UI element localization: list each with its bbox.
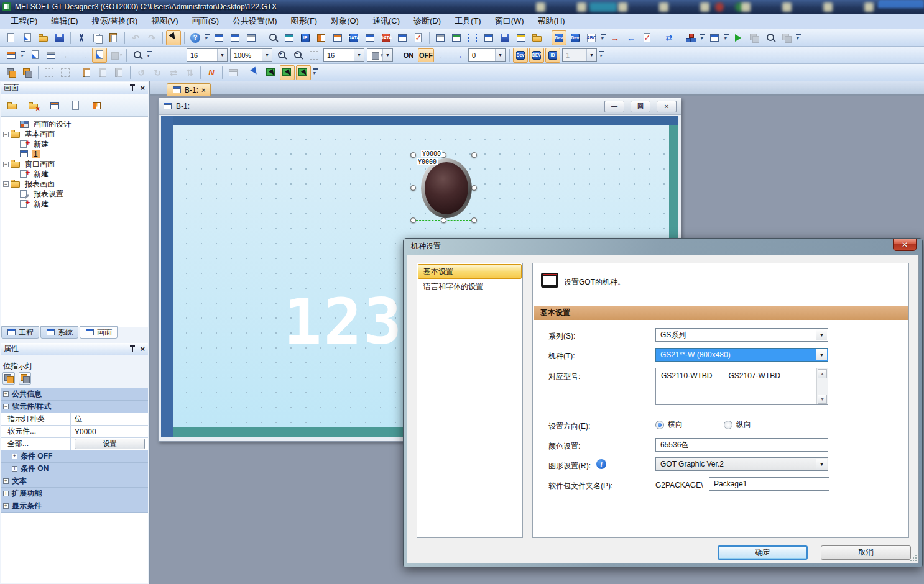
state-on-button[interactable]: ON (400, 48, 417, 62)
comment-display-icon[interactable]: ABC (584, 30, 599, 45)
close-screen-icon[interactable] (44, 48, 58, 63)
open-screen-icon[interactable] (27, 48, 42, 63)
menu-project[interactable]: 工程(P) (4, 14, 44, 29)
flip-vertical-icon[interactable]: ⇅ (182, 65, 197, 80)
chevron-down-icon[interactable]: ▼ (354, 49, 364, 61)
zoom-in-icon[interactable]: + (274, 48, 289, 63)
selection-handle[interactable] (471, 152, 477, 158)
id-view-button[interactable]: ID (545, 48, 560, 63)
grid-color-combo[interactable]: ▼ (367, 48, 393, 62)
selection-handle[interactable] (410, 217, 416, 223)
overflow-chevron[interactable] (204, 30, 210, 45)
write-to-got-icon[interactable]: → (608, 30, 622, 45)
new-screen-icon[interactable] (4, 48, 19, 63)
separator[interactable] (679, 32, 681, 44)
paste-icon[interactable] (106, 30, 121, 45)
menu-view[interactable]: 视图(V) (144, 14, 185, 29)
dialog-nav-language-font[interactable]: 语言和字体的设置 (418, 279, 522, 294)
pin-icon[interactable] (129, 84, 136, 92)
device-view-button[interactable]: Dev (513, 48, 528, 63)
overflow-chevron[interactable] (700, 30, 706, 45)
tree-item-window-new[interactable]: 新建 (1, 169, 148, 179)
screen-preview-toggle-icon[interactable] (92, 48, 107, 63)
next-screen-icon[interactable] (449, 30, 464, 45)
new-base-screen-icon[interactable] (211, 30, 226, 45)
menu-tools[interactable]: 工具(T) (448, 14, 488, 29)
overflow-chevron[interactable] (312, 65, 318, 80)
stack-back-icon[interactable] (20, 65, 35, 80)
selection-handle[interactable] (410, 152, 416, 158)
menu-edit[interactable]: 编辑(E) (44, 14, 85, 29)
minimize-button[interactable]: — (604, 101, 624, 112)
scroll-down-icon[interactable]: ▼ (818, 395, 827, 404)
close-panel-icon[interactable]: × (140, 84, 145, 92)
separator[interactable] (221, 66, 223, 79)
library-icon[interactable] (514, 30, 529, 45)
screen-open-icon[interactable] (5, 98, 20, 113)
separator[interactable] (162, 32, 164, 44)
consecutive-copy-icon[interactable] (80, 65, 95, 80)
separator[interactable] (70, 32, 72, 44)
info-icon[interactable]: i (596, 459, 606, 469)
settings-button[interactable]: 设置 (75, 439, 145, 449)
fill-color-icon[interactable] (108, 48, 123, 63)
tree-item-report-new[interactable]: 新建 (1, 199, 148, 209)
data-check-icon[interactable]: DATA (379, 30, 394, 45)
label-device-view-button[interactable]: DEV (529, 48, 544, 63)
overflow-chevron[interactable] (795, 30, 802, 45)
simulator-end-icon[interactable] (779, 30, 794, 45)
screen-delete-icon[interactable]: × (26, 98, 41, 113)
document-tab-b1[interactable]: B-1: × (167, 83, 211, 96)
tree-item-report-screens[interactable]: − 报表画面 (1, 179, 148, 189)
data-browser-icon[interactable] (707, 30, 722, 45)
scrollbar[interactable]: ▲ ▼ (816, 368, 828, 404)
dialog-close-button[interactable]: ✕ (893, 239, 917, 251)
screen-jump-icon[interactable] (47, 98, 62, 113)
tree-item-base-new[interactable]: 新建 (1, 139, 148, 149)
separator[interactable] (129, 66, 131, 79)
state-off-button[interactable]: OFF (418, 48, 434, 62)
cancel-button[interactable]: 取消 (821, 545, 911, 560)
tree-item-window-screens[interactable]: − 窗口画面 (1, 159, 148, 169)
separator[interactable] (37, 66, 39, 79)
chevron-down-icon[interactable]: ▼ (816, 329, 827, 340)
tab-system[interactable]: 系统 (40, 326, 78, 339)
cut-icon[interactable] (74, 30, 89, 45)
separator[interactable] (126, 49, 127, 62)
orientation-horizontal-radio[interactable]: 横向 (655, 419, 683, 430)
object-setting-icon[interactable] (226, 65, 241, 80)
got-verify-icon[interactable]: ✓ (640, 30, 655, 45)
system-structure-icon[interactable] (683, 30, 698, 45)
categorized-view-icon[interactable] (2, 372, 15, 385)
group-icon[interactable] (42, 65, 57, 80)
project-verify-icon[interactable]: ✓ (411, 30, 426, 45)
separator[interactable] (243, 66, 245, 79)
data-register-icon[interactable]: DATA (346, 30, 361, 45)
tree-item-base-screens[interactable]: − 基本画面 (1, 129, 148, 139)
paste-special-icon[interactable] (112, 65, 127, 80)
grid-y-combo[interactable]: 16▼ (323, 48, 364, 62)
data-transfer-icon[interactable] (363, 30, 377, 45)
screen-property-icon[interactable] (244, 30, 259, 45)
simulator-setting-icon[interactable] (763, 30, 778, 45)
device-comment-icon[interactable] (314, 30, 329, 45)
save-project-icon[interactable] (52, 30, 67, 45)
simulator-update-icon[interactable] (747, 30, 762, 45)
selection-handle[interactable] (471, 185, 477, 191)
menu-figure[interactable]: 图形(F) (284, 14, 325, 29)
package-folder-input[interactable]: Package1 (709, 477, 829, 491)
chevron-down-icon[interactable]: ▼ (495, 49, 505, 61)
menu-search-replace[interactable]: 搜索/替换(R) (85, 14, 145, 29)
compatible-models-list[interactable]: GS2110-WTBD GS2107-WTBD ▲ ▼ (655, 368, 828, 405)
simulator-start-icon[interactable] (731, 30, 746, 45)
help-icon[interactable]: ? (188, 30, 203, 45)
select-object-icon[interactable] (264, 65, 279, 80)
separator[interactable] (547, 32, 549, 44)
overflow-chevron[interactable] (723, 30, 729, 45)
back-icon[interactable]: ← (60, 48, 75, 63)
open-project-icon[interactable] (20, 30, 35, 45)
new-screen-dropdown[interactable] (20, 48, 26, 63)
forward-icon[interactable]: → (76, 48, 91, 63)
overflow-chevron[interactable] (600, 30, 606, 45)
lamp-object[interactable] (421, 158, 472, 218)
